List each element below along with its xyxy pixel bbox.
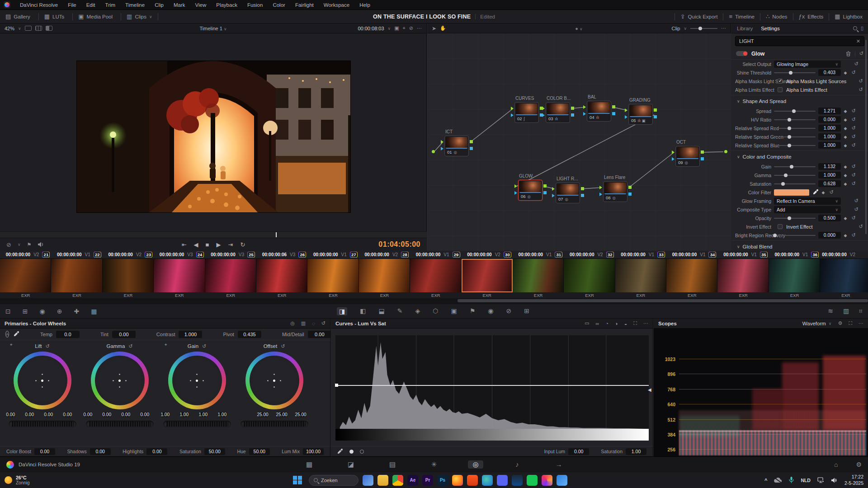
key-output-port[interactable]: [701, 157, 704, 160]
keyframe-diamond-icon[interactable]: ◆: [841, 70, 850, 75]
rgb-output-port[interactable]: [701, 150, 704, 154]
clip-thumbnail[interactable]: [666, 259, 717, 292]
setting-dropdown[interactable]: Reflect In Camera∨: [774, 197, 841, 205]
corrector-node[interactable]: LIGHT R... 07 ◎: [556, 183, 580, 203]
control-value[interactable]: 0.00: [112, 331, 136, 338]
corrector-node[interactable]: BAL 04 ılı: [587, 101, 611, 122]
key-input-port[interactable]: [599, 192, 602, 196]
rgb-input-port[interactable]: [514, 184, 517, 188]
wheel-channel-value[interactable]: 0.00: [141, 411, 157, 418]
wheel-channel-value[interactable]: 0.00: [44, 411, 61, 418]
setting-value[interactable]: 1.000: [818, 133, 841, 140]
key-input-port[interactable]: [552, 194, 555, 197]
wipe-invert-tool-icon[interactable]: ◧: [360, 307, 366, 315]
clip-header-cell[interactable]: 00:00:00:00 V1 29: [410, 252, 461, 258]
menu-item[interactable]: Fairlight: [290, 0, 319, 10]
deliver-page-icon[interactable]: →: [551, 460, 566, 469]
clip-header-cell[interactable]: 00:00:00:00 V2 23: [103, 252, 154, 258]
instagram-icon[interactable]: [542, 475, 552, 486]
rgb-input-port[interactable]: [583, 105, 586, 109]
reset-setting-icon[interactable]: ↺: [850, 172, 857, 178]
section-caret-icon[interactable]: ∨: [737, 244, 740, 249]
wheel-channel-value[interactable]: 1.00: [218, 411, 235, 418]
menu-item[interactable]: Trim: [100, 0, 121, 10]
reset-setting-icon[interactable]: ↺: [828, 189, 835, 195]
reset-setting-icon[interactable]: ↺: [853, 61, 860, 67]
scrollbar-thumb[interactable]: [458, 299, 868, 302]
node-options-menu[interactable]: ⋯: [721, 25, 726, 31]
stop-button[interactable]: ■: [206, 241, 209, 248]
reset-wheel-icon[interactable]: ↺: [128, 343, 132, 349]
file-explorer-icon[interactable]: [377, 475, 388, 486]
brave-icon[interactable]: [467, 475, 478, 486]
white-balance-picker-icon[interactable]: [14, 331, 19, 338]
taskbar-search-input[interactable]: Zoeken: [309, 475, 359, 486]
clip-thumbnail[interactable]: [820, 259, 868, 292]
media-page-icon[interactable]: ▦: [302, 460, 317, 469]
setting-checkbox[interactable]: [778, 224, 783, 229]
panel-options-icon[interactable]: ▯: [861, 25, 863, 31]
keyframe-diamond-icon[interactable]: ◆: [841, 164, 850, 169]
reset-setting-icon[interactable]: ↺: [850, 134, 857, 140]
reset-plugin-icon[interactable]: ↺: [859, 51, 863, 56]
field-value[interactable]: 0.00: [568, 448, 589, 455]
viewer-options-menu[interactable]: ⋯: [417, 25, 422, 31]
rgb-output-port[interactable]: [571, 107, 574, 110]
wheel-channel-value[interactable]: 25.00: [257, 411, 274, 418]
keyframe-diamond-icon[interactable]: ◆: [841, 233, 850, 238]
clip-thumbnail[interactable]: [0, 259, 51, 292]
master-wheel[interactable]: [86, 421, 154, 427]
clip-header-cell[interactable]: 00:00:00:00 V1 34: [666, 252, 717, 258]
timeline-scrollbar[interactable]: [0, 298, 868, 303]
setting-slider[interactable]: [774, 119, 816, 120]
after-effects-icon[interactable]: Ae: [407, 475, 418, 486]
bypass-tool-icon[interactable]: ⊘: [506, 307, 511, 315]
clip-thumbnail[interactable]: [564, 259, 615, 292]
scope-expand-icon[interactable]: ⛶: [849, 320, 852, 326]
spotify-icon[interactable]: [527, 475, 538, 486]
reset-setting-icon[interactable]: ↺: [853, 206, 860, 212]
clip-header-cell[interactable]: 00:00:00:00 V1 36: [769, 252, 820, 258]
color-wheel[interactable]: [91, 352, 149, 409]
control-value[interactable]: 0.435: [238, 331, 261, 338]
keyframe-diamond-icon[interactable]: ◆: [841, 135, 850, 139]
menu-item[interactable]: Playback: [211, 0, 242, 10]
keyframe-diamond-icon[interactable]: ◆: [819, 190, 828, 195]
key-input-port[interactable]: [514, 191, 517, 195]
toolbar-button[interactable]: ▤ Gallery: [0, 10, 38, 23]
key-output-port[interactable]: [628, 192, 632, 196]
menu-item[interactable]: Help: [354, 0, 375, 10]
go-to-first-frame-button[interactable]: ⇤: [182, 241, 187, 248]
pan-tool-icon[interactable]: ✋: [440, 25, 446, 31]
reset-setting-icon[interactable]: ↺: [850, 108, 857, 114]
clip-thumbnail[interactable]: [615, 259, 666, 292]
playhead-marker[interactable]: [276, 232, 277, 237]
setting-slider[interactable]: [774, 166, 816, 167]
clip-thumbnail[interactable]: [103, 259, 154, 292]
keyframe-diamond-icon[interactable]: ◆: [841, 126, 850, 131]
setting-value[interactable]: 0.000: [818, 116, 841, 123]
clip-header-cell[interactable]: 00:00:00:00 V1 27: [307, 252, 359, 258]
rgb-input-port[interactable]: [625, 108, 627, 112]
toolbar-button[interactable]: ƒx Effects: [793, 10, 829, 23]
enhanced-viewer-icon[interactable]: ≋: [828, 307, 833, 315]
start-button[interactable]: [293, 476, 302, 485]
setting-checkbox[interactable]: [778, 79, 783, 84]
keyframe-diamond-icon[interactable]: ◆: [841, 173, 850, 178]
key-output-port[interactable]: [543, 191, 547, 194]
source-input-dot[interactable]: [432, 150, 435, 153]
field-value[interactable]: 1.00: [626, 448, 646, 455]
corrector-node[interactable]: COLOR B... 03 ılı: [546, 102, 570, 123]
setting-value[interactable]: 1.000: [818, 142, 841, 149]
link-icon[interactable]: ∞: [595, 321, 599, 326]
stills-tool-icon[interactable]: ▣: [451, 307, 457, 315]
trash-icon[interactable]: [846, 51, 851, 56]
setting-value[interactable]: 0.403: [818, 69, 841, 76]
bypass-icon[interactable]: ⊘: [409, 25, 413, 31]
project-manager-icon[interactable]: ⌂: [834, 461, 838, 468]
rgb-input-port[interactable]: [552, 187, 555, 191]
clip-thumbnail[interactable]: [256, 259, 307, 292]
clip-thumbnail[interactable]: [307, 259, 359, 292]
hue-curves-icon[interactable]: ◔: [605, 321, 609, 326]
setting-value[interactable]: 0.000: [818, 232, 841, 239]
